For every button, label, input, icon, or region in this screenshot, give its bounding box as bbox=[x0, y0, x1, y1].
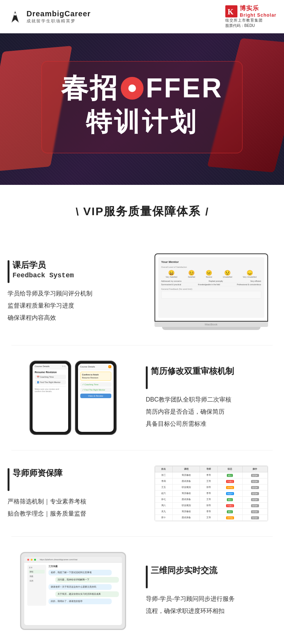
phone-1-body: Resume Revision 📅 Coaching Time 👤 Find T… bbox=[33, 369, 68, 395]
phone-2: Course Details ! Confirm to finish Resum… bbox=[75, 361, 117, 435]
dreambig-name: DreambigCareer bbox=[27, 9, 91, 18]
chat-title: 三方沟通 bbox=[48, 565, 119, 568]
svg-marker-0 bbox=[11, 11, 19, 23]
phone-1-title: Course Details bbox=[35, 365, 50, 367]
bright-scholar-block: K 博实乐 Bright Scholar 纽交所上市教育集团 股票代码：BEDU bbox=[225, 5, 276, 28]
phone-1-screen: Course Details 9:41 Resume Revision 📅 Co… bbox=[33, 364, 68, 432]
divider-3 bbox=[11, 536, 273, 537]
chat-bubble-1: 老师，我想了解一下面试流程和注意事项 bbox=[48, 570, 112, 575]
status-review: 审核中 bbox=[226, 492, 234, 495]
phone-2-confirm-title: Confirm to finish bbox=[82, 374, 109, 376]
feature-bar-2 bbox=[146, 366, 148, 389]
divider-1 bbox=[11, 345, 273, 345]
sidebar-label: 菜单 bbox=[29, 566, 45, 569]
slash-left: \ bbox=[76, 206, 79, 218]
emoji-very-unsatisfied: 😞 Very Unsatisfied bbox=[243, 270, 256, 278]
phone-1-item-1: 📅 Coaching Time bbox=[35, 375, 66, 379]
table-row: 李四 面试准备 王导 不通过 管理▼ bbox=[155, 478, 267, 485]
dreambig-text-block: DreambigCareer 成就留学生职场精英梦 bbox=[27, 9, 91, 24]
bright-scholar-logo: K 博实乐 Bright Scholar 纽交所上市教育集团 股票代码：BEDU bbox=[225, 5, 276, 28]
laptop-base: MacBook bbox=[154, 322, 268, 327]
rating-rows: Addressed my concernsReplied promptlyVer… bbox=[161, 280, 261, 286]
vip-section: \ VIP服务质量保障体系 / bbox=[0, 185, 284, 242]
hero-title-line1: 春招 FFER bbox=[61, 73, 223, 103]
rating-row-2: Summarized & practicalKnowledgeable in t… bbox=[161, 283, 261, 286]
table-header-row: 姓名 课程 导师 状态 操作 bbox=[155, 466, 267, 472]
sidebar-item-3[interactable]: 日历 bbox=[29, 579, 45, 583]
feature-resume-img: Course Details 9:41 Resume Revision 📅 Co… bbox=[8, 361, 138, 435]
action-btn-5[interactable]: 管理▼ bbox=[251, 498, 259, 501]
tablet-header: https://platform.dreambigcareer.com/chat bbox=[24, 557, 122, 563]
tablet-screen: https://platform.dreambigcareer.com/chat… bbox=[24, 557, 122, 625]
hero-title-line2: 特训计划 bbox=[61, 105, 223, 139]
feature-feedback-desc: 学员给导师及学习顾问评分机制 监督课程质量和学习进度 确保课程内容高效 bbox=[8, 288, 138, 324]
feature-mentor-heading: 导师师资保障 bbox=[8, 467, 138, 491]
feature-sync-title-block: 三维同步实时交流 bbox=[151, 565, 217, 576]
hero-ffer: FFER bbox=[146, 73, 223, 103]
feature-sync: 三维同步实时交流 导师-学员-学习顾问同步进行服务 流程，确保求职进度环环相扣 … bbox=[0, 541, 284, 641]
status-pass-2: 通过 bbox=[227, 498, 233, 501]
table-mockup: 姓名 课程 导师 状态 操作 张三 简历修改 李导 通过 管理▼ bbox=[154, 466, 268, 521]
feature-resume-cn: 简历修改双重审核机制 bbox=[151, 366, 234, 377]
phone-1-header: Course Details 9:41 bbox=[33, 364, 68, 369]
vip-title: VIP服务质量保障体系 bbox=[83, 204, 201, 219]
feature-resume: 简历修改双重审核机制 DBC教学团队全职导师二次审核 简历内容是否合适，确保简历… bbox=[0, 349, 284, 446]
phone-2-btn[interactable]: View & Review bbox=[80, 394, 111, 398]
phone-2-title: Course Details bbox=[80, 366, 95, 368]
phone-2-body: Confirm to finish Resume Revision ✓ Coac… bbox=[78, 370, 114, 400]
feature-bar bbox=[8, 260, 9, 283]
status-pass-3: 通过 bbox=[227, 510, 233, 513]
action-btn-8[interactable]: 管理▼ bbox=[251, 516, 259, 519]
mentor-table: 姓名 课程 导师 状态 操作 张三 简历修改 李导 通过 管理▼ bbox=[155, 466, 268, 521]
feature-feedback: 课后学员 Feedback System 学员给导师及学习顾问评分机制 监督课程… bbox=[0, 242, 284, 341]
action-btn-4[interactable]: 管理▼ bbox=[251, 492, 259, 495]
offer-o-circle bbox=[121, 77, 144, 100]
table-row: 郑十 面试准备 王导 待审核 管理▼ bbox=[155, 515, 267, 521]
svg-text:K: K bbox=[228, 8, 234, 16]
action-btn-7[interactable]: 管理▼ bbox=[251, 510, 259, 513]
hero-chunjao: 春招 bbox=[61, 73, 119, 103]
action-btn-6[interactable]: 管理▼ bbox=[251, 504, 259, 507]
chat-bubble-2: 没问题，我来给你详细解释一下 bbox=[55, 577, 119, 583]
bs-desc: 纽交所上市教育集团 bbox=[225, 18, 263, 23]
phone-1-course: Resume Revision bbox=[35, 371, 66, 374]
dreambig-tagline: 成就留学生职场精英梦 bbox=[27, 18, 91, 24]
th-course: 课程 bbox=[172, 466, 200, 472]
chat-bubble-3: 谢谢老师！关于简历这边有什么需要注意的吗 bbox=[48, 584, 112, 590]
hero-banner: 春招 FFER 特训计划 bbox=[0, 33, 284, 185]
feedback-text-area bbox=[161, 291, 261, 299]
phone-2-screen: Course Details ! Confirm to finish Resum… bbox=[78, 364, 114, 432]
sidebar-item-2[interactable]: 消息 bbox=[29, 574, 45, 578]
th-mentor: 导师 bbox=[200, 466, 217, 472]
feedback-screen: Your Mentor Overall Level of Satisfactio… bbox=[161, 260, 261, 299]
action-btn-3[interactable]: 管理▼ bbox=[251, 486, 259, 489]
tablet-sidebar: 菜单 课程 消息 日历 bbox=[27, 565, 46, 606]
status-pending-2: 待审核 bbox=[226, 516, 234, 519]
table-row: 周八 职业规划 张导 不通过 管理▼ bbox=[155, 503, 267, 509]
slash-right: / bbox=[205, 206, 208, 218]
laptop-screen: Your Mentor Overall Level of Satisfactio… bbox=[154, 253, 268, 322]
feature-feedback-img: Your Mentor Overall Level of Satisfactio… bbox=[146, 253, 276, 330]
emoji-satisfied: 😊 Satisfied bbox=[188, 270, 195, 278]
phone-1: Course Details 9:41 Resume Revision 📅 Co… bbox=[30, 361, 71, 435]
phone-instructions: Make sure you review and confirm the det… bbox=[35, 388, 66, 392]
feature-mentor-text: 导师师资保障 严格筛选机制｜专业素养考核 贴合教学理念｜服务质量监督 bbox=[8, 467, 138, 520]
emoji-very-satisfied: 😄 Very Satisfied bbox=[166, 270, 178, 278]
chat-bubble-5: 好的，我明白了，谢谢您的指导 bbox=[48, 599, 112, 604]
tablet-layout: 菜单 课程 消息 日历 三方沟通 老师，我想了解一下面试流程和注意事项 没问题，… bbox=[27, 565, 119, 606]
status-pending: 待审核 bbox=[226, 486, 234, 489]
sidebar-item-1[interactable]: 课程 bbox=[29, 570, 45, 574]
action-btn[interactable]: 管理▼ bbox=[251, 474, 259, 477]
bright-scholar-icon: K bbox=[225, 5, 237, 17]
table-row: 孙七 面试准备 王导 通过 管理▼ bbox=[155, 497, 267, 503]
feature-mentor-cn: 导师师资保障 bbox=[12, 467, 62, 479]
feedback-satisfaction-label: Overall Level of Satisfaction bbox=[161, 266, 261, 268]
laptop-screen-inner: Your Mentor Overall Level of Satisfactio… bbox=[158, 257, 264, 318]
action-btn-2[interactable]: 管理▼ bbox=[251, 480, 259, 483]
divider-2 bbox=[11, 450, 273, 450]
feature-feedback-en: Feedback System bbox=[12, 272, 74, 279]
bottom-padding bbox=[0, 641, 284, 644]
hero-content-box: 春招 FFER 特训计划 bbox=[41, 61, 243, 153]
phone-1-time: 9:41 bbox=[62, 365, 66, 367]
emoji-neutral: 😐 Neutral bbox=[206, 270, 212, 278]
